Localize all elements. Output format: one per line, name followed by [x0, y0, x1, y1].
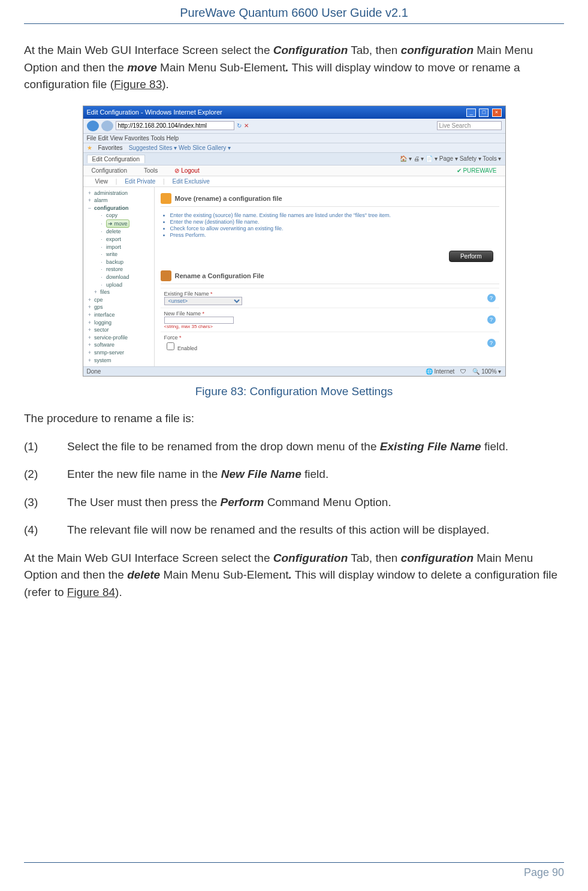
tree-node-alarm[interactable]: + alarm — [87, 197, 152, 204]
favorites-star-icon[interactable]: ★ — [87, 145, 92, 151]
force-enabled-label: Enabled — [177, 345, 197, 351]
figure-83-caption: Figure 83: Configuration Move Settings — [24, 385, 564, 398]
app-view-bar: View | Edit Private | Edit Exclusive — [83, 176, 505, 187]
brand-label: ✔ PUREWAVE — [448, 165, 505, 176]
tree-node-sector[interactable]: + sector — [87, 326, 152, 334]
tree-node-gps[interactable]: + gps — [87, 303, 152, 311]
instruction-item: Check force to allow overwriting an exis… — [170, 225, 499, 231]
step-text: Enter the new file name in the New File … — [67, 466, 328, 483]
tree-node-snmp-server[interactable]: + snmp-server — [87, 349, 152, 357]
tree-node-administration[interactable]: + administration — [87, 189, 152, 197]
status-bar: Done 🌐 Internet 🛡 🔍 100% ▾ — [83, 366, 505, 376]
section-rename-title: Rename a Configuration File — [175, 272, 264, 279]
text: Tab, then — [348, 44, 400, 56]
tree-node-export[interactable]: · export — [87, 236, 152, 243]
figure-83-ref[interactable]: Figure 83 — [114, 78, 162, 91]
app-top-tabs: Configuration Tools ⊘ Logout ✔ PUREWAVE — [83, 165, 505, 176]
help-icon[interactable]: ? — [487, 315, 496, 324]
edit-exclusive-link[interactable]: Edit Exclusive — [172, 178, 209, 185]
existing-file-row: Existing File Name * <unset> ? — [161, 288, 499, 308]
window-title: Edit Configuration - Windows Internet Ex… — [87, 109, 222, 116]
tree-node-service-profile[interactable]: + service-profile — [87, 334, 152, 342]
tree-node-logging[interactable]: + logging — [87, 319, 152, 327]
procedure-step: (1)Select the file to be renamed from th… — [24, 438, 564, 456]
favorites-bar: ★ Favorites Suggested Sites ▾ Web Slice … — [83, 143, 505, 153]
required-star: * — [210, 291, 213, 297]
intro-paragraph-1: At the Main Web GUI Interface Screen sel… — [24, 42, 564, 94]
new-file-input[interactable] — [164, 317, 234, 324]
tree-node-cpe[interactable]: + cpe — [87, 296, 152, 304]
search-input[interactable]: Live Search — [437, 121, 502, 130]
new-file-hint: <string, max 35 chars> — [164, 324, 234, 329]
tree-node-download[interactable]: · download — [87, 273, 152, 281]
page-number: Page 90 — [24, 862, 564, 879]
tab-tools[interactable]: Tools — [135, 165, 166, 176]
rename-icon — [161, 270, 171, 281]
term-delete: delete — [127, 568, 160, 581]
app-body: + administration+ alarm− configuration· … — [83, 187, 505, 367]
favorites-links[interactable]: Suggested Sites ▾ Web Slice Gallery ▾ — [129, 145, 231, 151]
content-panel: Move (rename) a configuration file Enter… — [155, 187, 505, 367]
refresh-icon[interactable]: ↻ — [237, 122, 242, 129]
help-icon[interactable]: ? — [487, 339, 496, 347]
tree-node-interface[interactable]: + interface — [87, 311, 152, 319]
nav-tree[interactable]: + administration+ alarm− configuration· … — [83, 187, 155, 367]
text: Main Menu Sub-Element — [160, 568, 288, 581]
minimize-button[interactable]: _ — [466, 109, 476, 117]
step-number: (4) — [24, 522, 67, 539]
term-configuration-tab: Configuration — [273, 552, 348, 564]
stop-icon[interactable]: ✕ — [244, 122, 249, 129]
force-label: Force — [164, 335, 178, 341]
close-button[interactable]: × — [492, 109, 502, 117]
procedure-step: (4)The relevant file will now be renamed… — [24, 522, 564, 539]
window-buttons: _ □ × — [465, 108, 501, 117]
tree-node-copy[interactable]: · copy — [87, 212, 152, 219]
intro-paragraph-2: At the Main Web GUI Interface Screen sel… — [24, 550, 564, 601]
address-input[interactable] — [116, 121, 234, 130]
tree-node-backup[interactable]: · backup — [87, 258, 152, 266]
edit-private-link[interactable]: Edit Private — [125, 178, 155, 185]
browser-tool-menu[interactable]: 🏠 ▾ 🖨 ▾ 📄 ▾ Page ▾ Safety ▾ Tools ▾ — [400, 155, 501, 162]
tree-node-move[interactable]: · ➜ move — [87, 219, 152, 228]
tree-node-delete[interactable]: · delete — [87, 228, 152, 236]
address-bar-row: ↻ ✕ Live Search — [83, 119, 505, 134]
term-configuration-menu: configuration — [401, 44, 474, 56]
doc-header: PureWave Quantum 6600 User Guide v2.1 — [24, 6, 564, 24]
tree-node-import[interactable]: · import — [87, 243, 152, 251]
zoom-level[interactable]: 🔍 100% ▾ — [472, 368, 501, 375]
tree-node-system[interactable]: + system — [87, 357, 152, 365]
browser-tab[interactable]: Edit Configuration — [87, 155, 146, 163]
tree-node-files[interactable]: + files — [87, 288, 152, 296]
tab-configuration[interactable]: Configuration — [83, 165, 135, 176]
move-icon — [161, 193, 171, 204]
tree-node-write[interactable]: · write — [87, 251, 152, 258]
step-term: Perform — [221, 496, 264, 508]
required-star: * — [203, 311, 205, 317]
forward-button[interactable] — [101, 121, 113, 131]
tree-node-software[interactable]: + software — [87, 341, 152, 349]
existing-file-select[interactable]: <unset> — [164, 297, 242, 305]
figure-84-ref[interactable]: Figure 84 — [67, 586, 115, 598]
perform-button[interactable]: Perform — [449, 251, 493, 262]
new-file-row: New File Name * <string, max 35 chars> ? — [161, 308, 499, 332]
view-link[interactable]: View — [95, 178, 108, 185]
browser-menubar[interactable]: File Edit View Favorites Tools Help — [83, 134, 505, 143]
text: Tab, then — [348, 552, 400, 564]
text: ). — [115, 586, 122, 598]
force-checkbox-wrap[interactable]: Enabled — [164, 345, 198, 351]
term-configuration-tab: Configuration — [273, 44, 348, 56]
tree-node-upload[interactable]: · upload — [87, 281, 152, 289]
back-button[interactable] — [87, 121, 99, 131]
tree-node-restore[interactable]: · restore — [87, 266, 152, 273]
maximize-button[interactable]: □ — [479, 109, 489, 117]
help-icon[interactable]: ? — [487, 294, 496, 302]
separator: | — [116, 178, 117, 185]
procedure-intro: The procedure to rename a file is: — [24, 410, 564, 428]
protected-mode-icon: 🛡 — [460, 368, 466, 375]
tab-logout[interactable]: ⊘ Logout — [166, 165, 207, 176]
force-checkbox[interactable] — [167, 342, 174, 350]
text: Main Menu Sub-Element — [157, 61, 285, 74]
text: ). — [162, 78, 169, 91]
section-move-title: Move (rename) a configuration file — [175, 195, 282, 202]
tree-node-configuration[interactable]: − configuration — [87, 204, 152, 212]
